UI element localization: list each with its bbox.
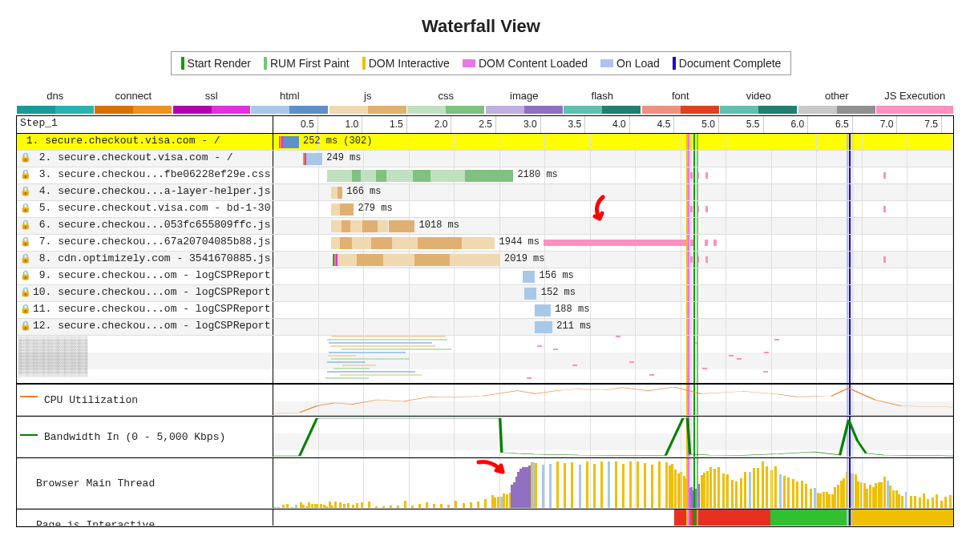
marker-dcl-start: [688, 184, 689, 200]
marker-doc-complete: [849, 167, 851, 183]
step-label: Step_1: [17, 116, 273, 133]
page-interactive: Page is Interactive: [17, 509, 953, 526]
marker-rum-first-paint: [697, 268, 698, 284]
request-row[interactable]: 🔒 8. cdn.optimizely.com - 3541670885.js2…: [17, 252, 953, 268]
marker-dcl-start: [688, 268, 689, 284]
marker-dcl-start: [688, 252, 689, 268]
lock-icon: 🔒: [20, 304, 31, 314]
marker-doc-complete: [849, 302, 851, 318]
marker-rum-first-paint: [697, 319, 698, 335]
marker-doc-complete: [849, 510, 851, 526]
marker-rum-first-paint: [697, 302, 698, 318]
lock-icon: 🔒: [20, 152, 31, 163]
request-row[interactable]: 🔒10. secure.checkou...om - logCSPReport1…: [17, 285, 953, 302]
mime-other: other: [798, 90, 876, 114]
marker-doc-complete: [849, 319, 851, 335]
collapsed-requests[interactable]: ░░░░░░░░░░░░░░░░░░░░░░░░░░░░░░░░░░░░░░░░…: [17, 336, 953, 384]
request-row[interactable]: 🔒 3. secure.checkou...fbe06228ef29e.css2…: [17, 167, 953, 184]
marker-rum-first-paint: [697, 167, 698, 183]
marker-dcl-start: [688, 235, 689, 251]
mime-font: font: [641, 90, 720, 114]
mime-video: video: [720, 90, 798, 114]
request-row[interactable]: 🔒 2. secure.checkout.visa.com - /249 ms: [17, 151, 953, 167]
marker-start-render: [693, 134, 695, 150]
marker-doc-complete: [849, 134, 851, 150]
request-row[interactable]: 🔒11. secure.checkou...om - logCSPReport1…: [17, 302, 953, 319]
marker-start-render: [693, 458, 695, 508]
marker-rum-first-paint: [697, 134, 698, 150]
marker-dcl-start: [688, 510, 689, 526]
request-row[interactable]: 🔒 5. secure.checkout.visa.com - bd-1-302…: [17, 201, 953, 218]
page-title: Waterfall View: [8, 16, 954, 37]
marker-rum-first-paint: [697, 151, 698, 167]
marker-doc-complete: [849, 235, 851, 251]
request-row[interactable]: 🔒 7. secure.checkou...67a20704085b88.js1…: [17, 235, 953, 252]
waterfall-chart[interactable]: Step_1 0.51.01.52.02.53.03.54.04.55.05.5…: [16, 115, 954, 527]
legend-item: RUM First Paint: [264, 57, 350, 70]
marker-start-render: [693, 336, 695, 383]
marker-start-render: [693, 167, 695, 183]
marker-start-render: [693, 268, 695, 284]
marker-rum-first-paint: [697, 252, 698, 268]
lock-icon: 🔒: [20, 320, 31, 331]
cpu-utilization: CPU Utilization: [17, 384, 953, 416]
mime-dns: dns: [16, 90, 95, 114]
marker-dcl-start: [688, 319, 689, 335]
legend-item: DOM Interactive: [362, 57, 450, 70]
lock-icon: 🔒: [20, 253, 31, 264]
mime-connect: connect: [95, 90, 173, 114]
marker-start-render: [693, 151, 695, 167]
legend-item: Document Complete: [673, 57, 782, 70]
marker-dcl-start: [688, 201, 689, 217]
legend-item: DOM Content Loaded: [463, 57, 588, 70]
legend: Start RenderRUM First PaintDOM Interacti…: [171, 51, 792, 75]
marker-start-render: [693, 319, 695, 335]
legend-item: On Load: [600, 57, 660, 70]
marker-start-render: [693, 235, 695, 251]
marker-dcl-start: [688, 302, 689, 318]
request-row[interactable]: 🔒 6. secure.checkou...053fc655809ffc.js1…: [17, 218, 953, 235]
mime-legend: dnsconnectsslhtmljscssimageflashfontvide…: [16, 90, 954, 114]
marker-doc-complete: [849, 336, 851, 383]
marker-rum-first-paint: [697, 458, 698, 508]
lock-icon: 🔒: [20, 236, 31, 247]
lock-icon: 🔒: [20, 203, 31, 213]
marker-start-render: [693, 184, 695, 200]
mime-flash: flash: [564, 90, 642, 114]
legend-item: Start Render: [181, 57, 251, 70]
lock-icon: 🔒: [20, 270, 31, 280]
time-ruler: Step_1 0.51.01.52.02.53.03.54.04.55.05.5…: [17, 116, 953, 134]
marker-rum-first-paint: [697, 285, 698, 301]
marker-start-render: [693, 252, 695, 268]
request-row[interactable]: 🔒12. secure.checkou...om - logCSPReport2…: [17, 319, 953, 336]
bandwidth-in: Bandwidth In (0 - 5,000 Kbps): [17, 416, 953, 457]
marker-doc-complete: [849, 252, 851, 268]
request-row[interactable]: 🔒 9. secure.checkou...om - logCSPReport1…: [17, 268, 953, 285]
marker-start-render: [693, 285, 695, 301]
marker-start-render: [693, 510, 695, 526]
request-row[interactable]: 🔒 4. secure.checkou...a-layer-helper.js1…: [17, 184, 953, 201]
marker-doc-complete: [849, 218, 851, 234]
marker-start-render: [693, 201, 695, 217]
marker-dcl-start: [688, 151, 689, 167]
marker-start-render: [693, 218, 695, 234]
lock-icon: 🔒: [20, 220, 31, 230]
marker-start-render: [693, 302, 695, 318]
marker-dcl-start: [688, 218, 689, 234]
marker-doc-complete: [849, 285, 851, 301]
mime-css: css: [407, 90, 486, 114]
mime-image: image: [485, 90, 564, 114]
marker-dcl-start: [688, 336, 689, 383]
marker-rum-first-paint: [697, 336, 698, 383]
lock-icon: 🔒: [20, 169, 31, 179]
marker-doc-complete: [849, 201, 851, 217]
lock-icon: 🔒: [20, 287, 31, 297]
request-rows: 1. secure.checkout.visa.com - /252 ms (3…: [17, 134, 953, 336]
request-row[interactable]: 1. secure.checkout.visa.com - /252 ms (3…: [17, 134, 953, 151]
lock-icon: 🔒: [20, 186, 31, 196]
marker-doc-complete: [849, 268, 851, 284]
marker-doc-complete: [849, 151, 851, 167]
marker-dcl-start: [688, 458, 689, 508]
marker-rum-first-paint: [697, 218, 698, 234]
marker-rum-first-paint: [697, 201, 698, 217]
